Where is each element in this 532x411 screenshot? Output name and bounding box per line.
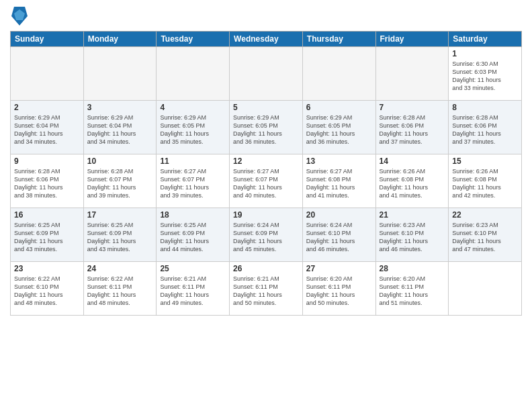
calendar-cell: 28Sunrise: 6:20 AM Sunset: 6:11 PM Dayli…	[375, 262, 449, 316]
day-number: 1	[452, 49, 518, 58]
cell-info: Sunrise: 6:29 AM Sunset: 6:05 PM Dayligh…	[160, 113, 226, 146]
day-number: 3	[87, 103, 153, 112]
cell-info: Sunrise: 6:28 AM Sunset: 6:06 PM Dayligh…	[452, 113, 518, 146]
cell-info: Sunrise: 6:28 AM Sunset: 6:06 PM Dayligh…	[14, 167, 80, 200]
day-number: 5	[233, 103, 299, 112]
calendar-cell: 1Sunrise: 6:30 AM Sunset: 6:03 PM Daylig…	[449, 47, 522, 101]
cell-info: Sunrise: 6:21 AM Sunset: 6:11 PM Dayligh…	[233, 275, 299, 308]
cell-info: Sunrise: 6:24 AM Sunset: 6:09 PM Dayligh…	[233, 221, 299, 254]
calendar-cell: 15Sunrise: 6:26 AM Sunset: 6:08 PM Dayli…	[449, 154, 522, 208]
day-number: 13	[306, 156, 372, 166]
calendar-cell: 20Sunrise: 6:24 AM Sunset: 6:10 PM Dayli…	[302, 208, 375, 262]
day-number: 24	[87, 264, 153, 273]
calendar-cell: 22Sunrise: 6:23 AM Sunset: 6:10 PM Dayli…	[449, 208, 522, 262]
day-number: 11	[160, 156, 226, 166]
calendar-cell: 3Sunrise: 6:29 AM Sunset: 6:04 PM Daylig…	[83, 101, 157, 154]
day-number: 4	[160, 103, 226, 112]
calendar-cell: 18Sunrise: 6:25 AM Sunset: 6:09 PM Dayli…	[157, 208, 230, 262]
day-number: 26	[233, 264, 299, 273]
day-number: 16	[14, 210, 80, 220]
calendar-cell	[230, 47, 303, 101]
cell-info: Sunrise: 6:25 AM Sunset: 6:09 PM Dayligh…	[160, 221, 226, 254]
cell-info: Sunrise: 6:28 AM Sunset: 6:07 PM Dayligh…	[87, 167, 153, 200]
cell-info: Sunrise: 6:28 AM Sunset: 6:06 PM Dayligh…	[380, 113, 445, 146]
calendar-cell: 23Sunrise: 6:22 AM Sunset: 6:10 PM Dayli…	[11, 262, 84, 316]
weekday-thursday: Thursday	[302, 32, 375, 47]
cell-info: Sunrise: 6:23 AM Sunset: 6:10 PM Dayligh…	[380, 221, 445, 254]
week-row-2: 2Sunrise: 6:29 AM Sunset: 6:04 PM Daylig…	[11, 101, 522, 154]
cell-info: Sunrise: 6:22 AM Sunset: 6:11 PM Dayligh…	[87, 275, 153, 308]
page: SundayMondayTuesdayWednesdayThursdayFrid…	[0, 0, 532, 411]
week-row-3: 9Sunrise: 6:28 AM Sunset: 6:06 PM Daylig…	[11, 154, 522, 208]
calendar-cell	[11, 47, 84, 101]
cell-info: Sunrise: 6:20 AM Sunset: 6:11 PM Dayligh…	[380, 275, 445, 308]
cell-info: Sunrise: 6:20 AM Sunset: 6:11 PM Dayligh…	[306, 275, 372, 308]
calendar-cell: 12Sunrise: 6:27 AM Sunset: 6:07 PM Dayli…	[230, 154, 303, 208]
calendar-cell: 4Sunrise: 6:29 AM Sunset: 6:05 PM Daylig…	[157, 101, 230, 154]
calendar-cell: 10Sunrise: 6:28 AM Sunset: 6:07 PM Dayli…	[83, 154, 157, 208]
cell-info: Sunrise: 6:29 AM Sunset: 6:05 PM Dayligh…	[306, 113, 372, 146]
day-number: 21	[380, 210, 445, 220]
calendar-cell: 7Sunrise: 6:28 AM Sunset: 6:06 PM Daylig…	[375, 101, 449, 154]
calendar-cell: 14Sunrise: 6:26 AM Sunset: 6:08 PM Dayli…	[375, 154, 449, 208]
cell-info: Sunrise: 6:29 AM Sunset: 6:04 PM Dayligh…	[14, 113, 80, 146]
calendar-cell	[302, 47, 375, 101]
weekday-monday: Monday	[83, 32, 157, 47]
calendar-cell: 24Sunrise: 6:22 AM Sunset: 6:11 PM Dayli…	[83, 262, 157, 316]
calendar-cell: 11Sunrise: 6:27 AM Sunset: 6:07 PM Dayli…	[157, 154, 230, 208]
cell-info: Sunrise: 6:27 AM Sunset: 6:07 PM Dayligh…	[160, 167, 226, 200]
header	[10, 7, 522, 26]
cell-info: Sunrise: 6:25 AM Sunset: 6:09 PM Dayligh…	[14, 221, 80, 254]
day-number: 23	[14, 264, 80, 273]
cell-info: Sunrise: 6:23 AM Sunset: 6:10 PM Dayligh…	[452, 221, 518, 254]
day-number: 6	[306, 103, 372, 112]
day-number: 25	[160, 264, 226, 273]
day-number: 22	[452, 210, 518, 220]
weekday-tuesday: Tuesday	[157, 32, 230, 47]
weekday-header-row: SundayMondayTuesdayWednesdayThursdayFrid…	[11, 32, 522, 47]
calendar-cell: 2Sunrise: 6:29 AM Sunset: 6:04 PM Daylig…	[11, 101, 84, 154]
cell-info: Sunrise: 6:26 AM Sunset: 6:08 PM Dayligh…	[380, 167, 445, 200]
calendar-cell: 19Sunrise: 6:24 AM Sunset: 6:09 PM Dayli…	[230, 208, 303, 262]
day-number: 28	[380, 264, 445, 273]
cell-info: Sunrise: 6:27 AM Sunset: 6:07 PM Dayligh…	[233, 167, 299, 200]
cell-info: Sunrise: 6:24 AM Sunset: 6:10 PM Dayligh…	[306, 221, 372, 254]
calendar-cell: 21Sunrise: 6:23 AM Sunset: 6:10 PM Dayli…	[375, 208, 449, 262]
cell-info: Sunrise: 6:27 AM Sunset: 6:08 PM Dayligh…	[306, 167, 372, 200]
calendar-cell	[449, 262, 522, 316]
logo	[10, 7, 28, 26]
calendar-cell: 25Sunrise: 6:21 AM Sunset: 6:11 PM Dayli…	[157, 262, 230, 316]
weekday-friday: Friday	[375, 32, 449, 47]
cell-info: Sunrise: 6:21 AM Sunset: 6:11 PM Dayligh…	[160, 275, 226, 308]
cell-info: Sunrise: 6:29 AM Sunset: 6:05 PM Dayligh…	[233, 113, 299, 146]
day-number: 2	[14, 103, 80, 112]
calendar-cell: 17Sunrise: 6:25 AM Sunset: 6:09 PM Dayli…	[83, 208, 157, 262]
calendar-cell: 26Sunrise: 6:21 AM Sunset: 6:11 PM Dayli…	[230, 262, 303, 316]
calendar-cell: 5Sunrise: 6:29 AM Sunset: 6:05 PM Daylig…	[230, 101, 303, 154]
day-number: 27	[306, 264, 372, 273]
day-number: 18	[160, 210, 226, 220]
calendar-cell	[157, 47, 230, 101]
calendar-cell	[375, 47, 449, 101]
day-number: 12	[233, 156, 299, 166]
cell-info: Sunrise: 6:26 AM Sunset: 6:08 PM Dayligh…	[452, 167, 518, 200]
week-row-1: 1Sunrise: 6:30 AM Sunset: 6:03 PM Daylig…	[11, 47, 522, 101]
weekday-sunday: Sunday	[11, 32, 84, 47]
day-number: 20	[306, 210, 372, 220]
week-row-5: 23Sunrise: 6:22 AM Sunset: 6:10 PM Dayli…	[11, 262, 522, 316]
day-number: 10	[87, 156, 153, 166]
day-number: 9	[14, 156, 80, 166]
day-number: 19	[233, 210, 299, 220]
calendar-cell: 16Sunrise: 6:25 AM Sunset: 6:09 PM Dayli…	[11, 208, 84, 262]
day-number: 7	[380, 103, 445, 112]
calendar-cell: 9Sunrise: 6:28 AM Sunset: 6:06 PM Daylig…	[11, 154, 84, 208]
calendar-cell	[83, 47, 157, 101]
calendar-cell: 13Sunrise: 6:27 AM Sunset: 6:08 PM Dayli…	[302, 154, 375, 208]
day-number: 17	[87, 210, 153, 220]
calendar-cell: 8Sunrise: 6:28 AM Sunset: 6:06 PM Daylig…	[449, 101, 522, 154]
week-row-4: 16Sunrise: 6:25 AM Sunset: 6:09 PM Dayli…	[11, 208, 522, 262]
cell-info: Sunrise: 6:30 AM Sunset: 6:03 PM Dayligh…	[452, 60, 518, 93]
cell-info: Sunrise: 6:22 AM Sunset: 6:10 PM Dayligh…	[14, 275, 80, 308]
calendar-cell: 27Sunrise: 6:20 AM Sunset: 6:11 PM Dayli…	[302, 262, 375, 316]
cell-info: Sunrise: 6:25 AM Sunset: 6:09 PM Dayligh…	[87, 221, 153, 254]
